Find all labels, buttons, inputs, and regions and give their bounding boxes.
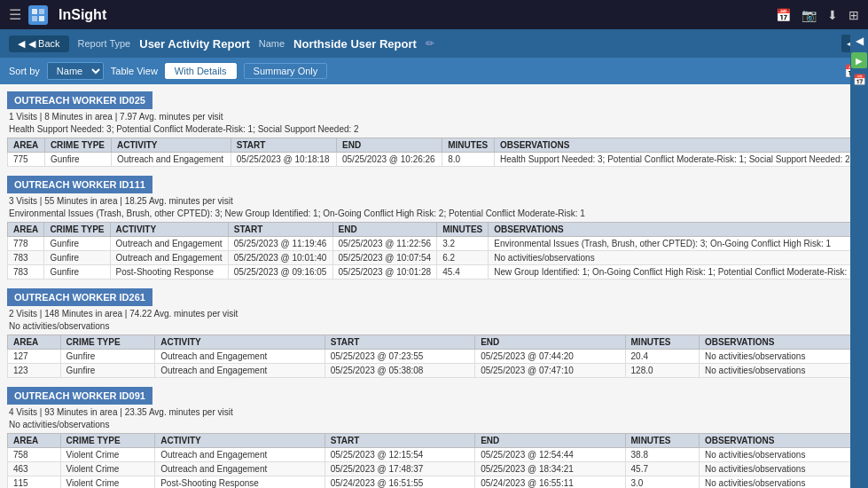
report-name: Northside User Report — [293, 37, 417, 51]
worker-table-0: AREACRIME TYPEACTIVITYSTARTENDMINUTESOBS… — [7, 138, 861, 167]
worker-stats-1: 3 Visits | 55 Minutes in area | 18.25 Av… — [7, 195, 861, 208]
table-cell: Gunfire — [44, 237, 110, 251]
table-cell: Gunfire — [60, 364, 155, 378]
table-cell: 8.0 — [442, 153, 495, 167]
col-header: START — [325, 335, 474, 350]
table-cell: Gunfire — [44, 153, 111, 167]
worker-header-3: OUTREACH WORKER ID091 — [7, 387, 152, 405]
table-cell: 463 — [8, 462, 61, 476]
table-cell: 115 — [8, 476, 61, 489]
table-cell: 05/25/2023 @ 18:34:21 — [475, 462, 625, 476]
app-logo-icon — [28, 5, 48, 25]
sub-nav: ◀ ◀ Back Report Type User Activity Repor… — [0, 29, 868, 58]
table-cell: Outreach and Engagement — [110, 237, 228, 251]
table-cell: Outreach and Engagement — [155, 462, 325, 476]
worker-header-1: OUTREACH WORKER ID111 — [7, 176, 152, 193]
col-header: CRIME TYPE — [44, 223, 110, 237]
worker-header-0: OUTREACH WORKER ID025 — [7, 91, 152, 109]
col-header: OBSERVATIONS — [700, 335, 861, 350]
col-header: CRIME TYPE — [60, 434, 155, 448]
table-cell: Outreach and Engagement — [155, 448, 325, 462]
col-header: ACTIVITY — [110, 223, 228, 237]
table-cell: Gunfire — [60, 350, 155, 364]
table-row: 758Violent CrimeOutreach and Engagement0… — [8, 448, 861, 462]
table-cell: 05/25/2023 @ 12:54:44 — [475, 448, 625, 462]
table-row: 123GunfireOutreach and Engagement05/25/2… — [8, 364, 861, 378]
svg-rect-0 — [32, 9, 37, 14]
back-button[interactable]: ◀ ◀ Back — [9, 35, 69, 52]
worker-notes-0: Health Support Needed: 3; Potential Conf… — [7, 123, 861, 138]
download-icon[interactable]: ⬇ — [827, 8, 838, 22]
table-cell: Violent Crime — [60, 462, 155, 476]
edit-icon[interactable]: ✏ — [426, 37, 434, 50]
table-cell: 05/25/2023 @ 07:23:55 — [325, 350, 474, 364]
table-cell: 05/25/2023 @ 05:38:08 — [325, 364, 474, 378]
col-header: AREA — [8, 223, 44, 237]
col-header: OBSERVATIONS — [700, 434, 861, 448]
worker-section-1: OUTREACH WORKER ID1113 Visits | 55 Minut… — [7, 176, 861, 279]
table-cell: Violent Crime — [60, 448, 155, 462]
calendar-icon[interactable]: 📅 — [776, 8, 791, 22]
col-header: START — [325, 434, 474, 448]
table-row: 778GunfireOutreach and Engagement05/25/2… — [8, 237, 861, 251]
table-row: 115Violent CrimePost-Shooting Response05… — [8, 476, 861, 489]
table-cell: Post-Shooting Response — [110, 265, 228, 279]
col-header: END — [475, 335, 625, 350]
hamburger-icon[interactable]: ☰ — [9, 6, 21, 23]
table-cell: 05/25/2023 @ 07:44:20 — [475, 350, 625, 364]
table-cell: 783 — [8, 251, 44, 265]
table-cell: 758 — [8, 448, 61, 462]
col-header: CRIME TYPE — [60, 335, 155, 350]
col-header: CRIME TYPE — [44, 138, 111, 153]
sort-by-select[interactable]: Name — [47, 62, 104, 80]
camera-icon[interactable]: 📷 — [802, 8, 817, 22]
table-cell: No activities/observations — [489, 251, 861, 265]
col-header: OBSERVATIONS — [489, 223, 861, 237]
col-header: OBSERVATIONS — [494, 138, 860, 153]
grid-icon[interactable]: ⊞ — [848, 8, 859, 22]
table-cell: 783 — [8, 265, 44, 279]
report-type-label: Report Type — [78, 38, 131, 49]
table-row: 783GunfirePost-Shooting Response05/25/20… — [8, 265, 861, 279]
tab-summary-only[interactable]: Summary Only — [244, 63, 328, 79]
nav-left: ☰ InSight — [9, 5, 106, 25]
col-header: START — [228, 223, 332, 237]
worker-stats-3: 4 Visits | 93 Minutes in area | 23.35 Av… — [7, 406, 861, 419]
worker-table-2: AREACRIME TYPEACTIVITYSTARTENDMINUTESOBS… — [7, 335, 861, 378]
table-row: 783GunfireOutreach and Engagement05/25/2… — [8, 251, 861, 265]
table-cell: Gunfire — [44, 251, 110, 265]
col-header: AREA — [8, 434, 61, 448]
table-cell: 38.8 — [625, 448, 699, 462]
table-cell: 20.4 — [625, 350, 699, 364]
table-cell: Outreach and Engagement — [155, 364, 325, 378]
col-header: END — [332, 223, 437, 237]
table-cell: No activities/observations — [700, 364, 861, 378]
tab-with-details[interactable]: With Details — [165, 63, 237, 79]
table-cell: Environmental Issues (Trash, Brush, othe… — [489, 237, 861, 251]
sidebar-collapse-icon[interactable]: ◀ — [854, 33, 865, 49]
table-cell: Outreach and Engagement — [155, 350, 325, 364]
worker-table-3: AREACRIME TYPEACTIVITYSTARTENDMINUTESOBS… — [7, 433, 861, 488]
table-row: 463Violent CrimeOutreach and Engagement0… — [8, 462, 861, 476]
worker-section-3: OUTREACH WORKER ID0914 Visits | 93 Minut… — [7, 387, 861, 488]
table-cell: 05/25/2023 @ 12:15:54 — [325, 448, 474, 462]
worker-notes-2: No activities/observations — [7, 320, 861, 335]
svg-rect-1 — [39, 9, 44, 14]
sidebar-calendar-icon[interactable]: 📅 — [851, 72, 868, 88]
worker-section-0: OUTREACH WORKER ID0251 Visits | 8 Minute… — [7, 91, 861, 167]
table-row: 127GunfireOutreach and Engagement05/25/2… — [8, 350, 861, 364]
table-cell: 05/24/2023 @ 16:55:11 — [475, 476, 625, 489]
worker-header-2: OUTREACH WORKER ID261 — [7, 288, 152, 306]
toolbar: Sort by Name Table View With Details Sum… — [0, 58, 868, 84]
sidebar-green-button[interactable]: ▶ — [851, 52, 867, 68]
table-view-label: Table View — [111, 66, 158, 76]
table-cell: 45.7 — [625, 462, 699, 476]
table-cell: 127 — [8, 350, 61, 364]
worker-stats-2: 2 Visits | 148 Minutes in area | 74.22 A… — [7, 308, 861, 320]
table-cell: 45.4 — [437, 265, 489, 279]
table-cell: 123 — [8, 364, 61, 378]
worker-stats-0: 1 Visits | 8 Minutes in area | 7.97 Avg.… — [7, 111, 861, 123]
table-cell: New Group Identified: 1; On-Going Confli… — [489, 265, 861, 279]
name-label: Name — [259, 38, 285, 49]
app-title: InSight — [59, 7, 106, 23]
